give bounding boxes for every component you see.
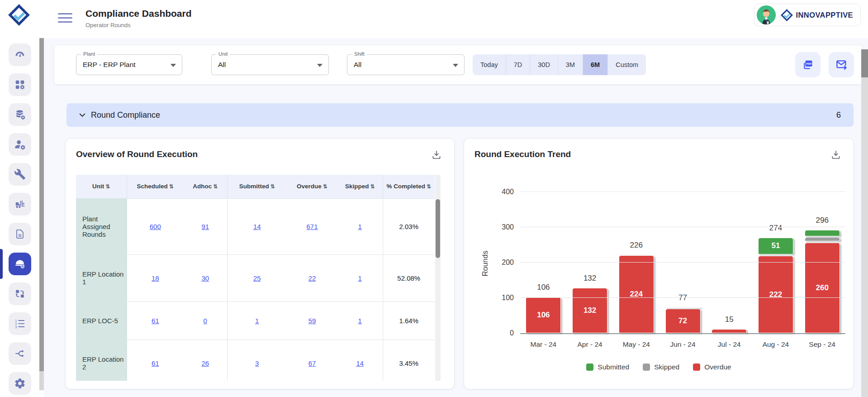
adhoc-link[interactable]: 30 [201,274,209,282]
bar-segment-overdue[interactable]: 260 [805,243,840,333]
pdf-export-icon: PDF [801,58,815,72]
email-export-icon [835,58,848,72]
range-button-30d[interactable]: 30D [530,54,558,75]
brand-name: INNOVAPPTIVE [796,11,853,19]
shift-select[interactable]: Shift All [347,54,465,75]
sidebar-item-master-data[interactable] [9,103,31,126]
x-axis-label: Jun - 24 [659,340,706,349]
bar-segment-overdue[interactable]: 106 [526,297,561,333]
scheduled-link[interactable]: 61 [152,317,159,325]
submitted-link[interactable]: 1 [255,317,259,325]
adhoc-link[interactable]: 26 [201,359,209,367]
range-button-3m[interactable]: 3M [558,54,583,75]
skipped-link[interactable]: 1 [358,223,362,230]
trend-download-button[interactable] [828,148,844,163]
plant-select[interactable]: Plant ERP - ERP Plant [76,54,182,75]
scheduled-link[interactable]: 61 [152,359,159,367]
bar-segment-overdue[interactable] [711,329,747,333]
sidebar-item-logistics[interactable] [9,193,31,215]
bar-segment-overdue[interactable]: 222 [758,256,793,333]
y-tick-label: 400 [492,188,514,196]
svg-text:PDF: PDF [806,62,812,65]
col-header-submitted[interactable]: Submitted⇅ [227,175,287,198]
download-icon [830,149,842,161]
sort-icon[interactable]: ⇅ [105,183,110,190]
table-scrollbar[interactable] [435,175,441,381]
overdue-link[interactable]: 671 [306,223,318,230]
legend-item-submitted[interactable]: Submitted [586,363,629,371]
bar-value-label: 72 [678,316,687,325]
submitted-link[interactable]: 3 [255,359,259,367]
sidebar-item-task-list[interactable]: 1 2 3 [9,312,31,335]
skipped-link[interactable]: 1 [358,317,362,325]
sidebar-item-workflows[interactable] [9,282,31,305]
overdue-link[interactable]: 59 [308,317,316,325]
bar-value-label: 51 [771,241,780,250]
overdue-link[interactable]: 67 [308,359,316,367]
col-header-overdue[interactable]: Overdue⇅ [287,175,337,198]
unit-select-label: Unit [216,51,230,57]
submitted-link[interactable]: 14 [253,223,261,230]
bar-segment-overdue[interactable]: 224 [619,255,654,333]
avatar[interactable] [757,5,776,24]
section-count: 6 [836,110,841,120]
sidebar-item-apps-config[interactable] [9,73,31,96]
completed-cell: 2.03% [383,198,435,254]
filter-toolbar: Plant ERP - ERP Plant Unit All Shift All… [54,45,862,84]
y-axis-label: Rounds [481,251,489,277]
overdue-link[interactable]: 22 [308,274,316,282]
sort-icon[interactable]: ⇅ [213,183,218,190]
range-button-6m[interactable]: 6M [583,54,608,75]
menu-hamburger-icon[interactable] [58,13,72,25]
sidebar-scrollbar[interactable] [39,38,44,397]
bar-segment-submitted[interactable]: 51 [758,238,793,254]
x-axis-label: Aug - 24 [753,340,799,349]
sort-icon[interactable]: ⇅ [270,183,275,190]
bar-segment-skipped[interactable] [805,237,840,241]
bar-segment-overdue[interactable]: 72 [665,309,701,333]
sort-icon[interactable]: ⇅ [169,183,174,190]
sidebar-item-routing[interactable] [9,342,31,365]
sort-icon[interactable]: ⇅ [370,183,375,190]
sidebar-item-settings[interactable] [9,372,31,395]
submitted-link[interactable]: 25 [253,274,261,282]
trend-card-title: Round Execution Trend [474,149,571,159]
unit-select[interactable]: Unit All [211,54,329,75]
page-scrollbar[interactable] [861,49,868,397]
col-header-unit[interactable]: Unit⇅ [76,175,127,198]
overview-download-button[interactable] [429,148,444,163]
email-export-button[interactable] [829,52,854,77]
sidebar-item-dashboard[interactable] [9,43,31,66]
bar-segment-skipped[interactable] [665,307,701,308]
sidebar-item-user-management[interactable] [9,133,31,156]
sort-icon[interactable]: ⇅ [323,183,327,190]
adhoc-link[interactable]: 0 [204,317,207,325]
scheduled-link[interactable]: 600 [150,223,161,230]
col-header-adhoc[interactable]: Adhoc⇅ [184,175,227,198]
col-header-skipped[interactable]: Skipped⇅ [337,175,383,198]
col-header-completed[interactable]: % Completed⇅ [383,175,435,198]
sidebar-item-documents[interactable] [9,223,31,245]
range-button-custom[interactable]: Custom [608,54,646,75]
adhoc-link[interactable]: 91 [201,223,209,230]
sidebar-item-operator-rounds[interactable] [9,253,31,275]
legend-item-overdue[interactable]: Overdue [693,363,731,371]
profile-card[interactable]: INNOVAPPTIVE [754,4,861,26]
col-header-scheduled[interactable]: Scheduled⇅ [127,175,184,198]
sidebar-item-maintenance[interactable] [9,163,31,186]
skipped-link[interactable]: 14 [356,359,364,367]
bar-segment-overdue[interactable]: 132 [572,288,607,333]
range-button-7d[interactable]: 7D [506,54,531,75]
range-button-today[interactable]: Today [473,54,506,75]
scheduled-link[interactable]: 18 [152,274,159,282]
round-compliance-section-header[interactable]: Round Compliance 6 [66,103,854,127]
pdf-export-button[interactable]: PDF [795,52,821,77]
x-axis-label: Jul - 24 [706,340,753,349]
bar-segment-submitted[interactable] [805,230,840,236]
legend-item-skipped[interactable]: Skipped [643,363,679,371]
sort-icon[interactable]: ⇅ [427,183,431,190]
skipped-link[interactable]: 1 [358,274,362,282]
overview-card: Overview of Round Execution Unit⇅ Schedu… [65,138,455,389]
app-logo-icon [8,4,30,26]
section-title: Round Compliance [91,110,160,120]
